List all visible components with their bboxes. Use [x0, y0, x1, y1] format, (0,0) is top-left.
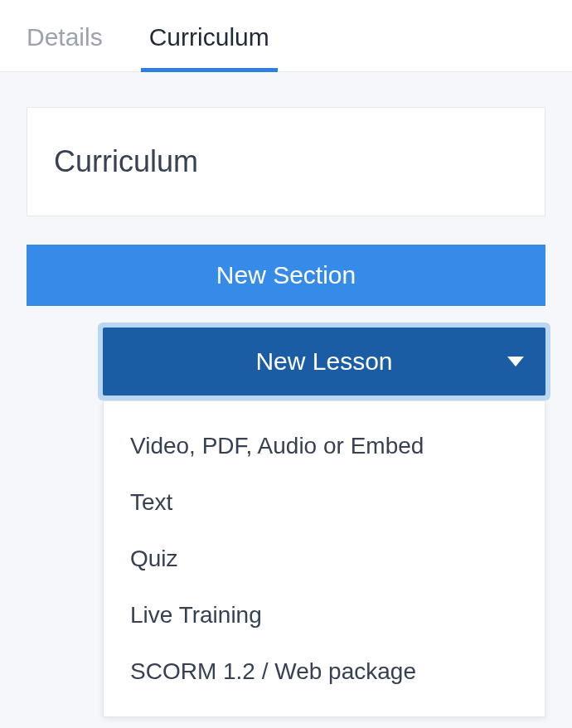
content-area: Curriculum New Section New Lesson Video,…: [0, 72, 572, 728]
lesson-type-scorm[interactable]: SCORM 1.2 / Web package: [104, 643, 545, 700]
new-section-button[interactable]: New Section: [27, 245, 545, 306]
lesson-type-quiz[interactable]: Quiz: [104, 531, 545, 587]
lesson-type-text[interactable]: Text: [104, 474, 545, 531]
chevron-down-icon: [507, 357, 524, 366]
tab-details[interactable]: Details: [27, 0, 103, 71]
lesson-type-live-training[interactable]: Live Training: [104, 587, 545, 643]
lesson-type-video-pdf-audio-embed[interactable]: Video, PDF, Audio or Embed: [104, 418, 545, 474]
tab-curriculum[interactable]: Curriculum: [149, 0, 269, 71]
new-lesson-container: New Lesson Video, PDF, Audio or Embed Te…: [103, 328, 545, 717]
tab-bar: Details Curriculum: [0, 0, 572, 72]
page-title: Curriculum: [27, 107, 545, 216]
new-lesson-button[interactable]: New Lesson: [103, 328, 545, 396]
lesson-type-dropdown: Video, PDF, Audio or Embed Text Quiz Liv…: [103, 400, 545, 717]
new-lesson-label: New Lesson: [255, 347, 392, 376]
